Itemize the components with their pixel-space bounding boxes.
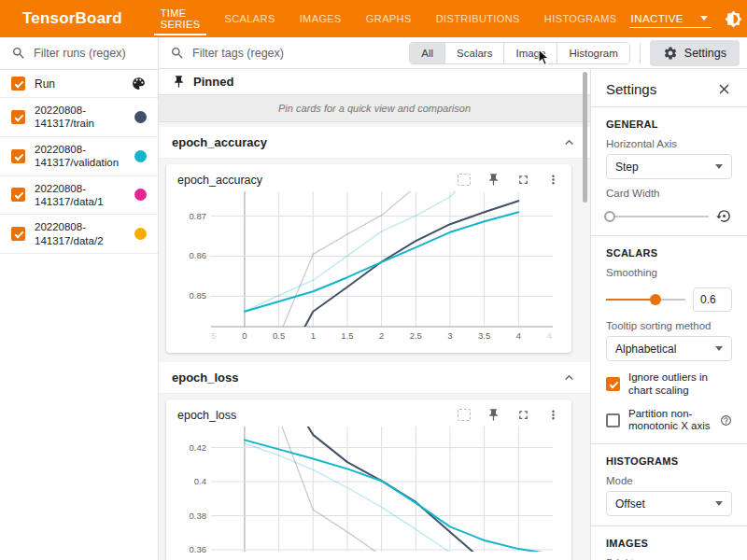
app-title: TensorBoard [22, 9, 122, 28]
run-checkbox[interactable] [11, 188, 25, 202]
divider [591, 106, 747, 107]
scalars-heading: SCALARS [606, 247, 732, 259]
run-color-dot [134, 228, 147, 240]
run-row-data-2[interactable]: 20220808-141317/data/2 [0, 215, 158, 254]
chevron-up-icon[interactable] [561, 134, 577, 150]
cards-area: Pinned Pin cards for a quick view and co… [159, 69, 590, 560]
horizontal-axis-select[interactable]: Step [606, 154, 732, 179]
ignore-outliers-row[interactable]: Ignore outliers in chart scaling [606, 371, 732, 398]
search-icon [170, 46, 185, 61]
ignore-outliers-checkbox[interactable] [606, 377, 620, 391]
runs-filter [0, 37, 158, 70]
svg-text:0.5: 0.5 [273, 330, 285, 341]
help-icon[interactable] [720, 414, 732, 427]
svg-text:2.5: 2.5 [410, 330, 422, 341]
settings-panel-title: Settings [606, 81, 656, 97]
fit-to-data-icon[interactable] [458, 409, 471, 421]
section-epoch-accuracy[interactable]: epoch_accuracy [159, 127, 590, 159]
chevron-down-icon [715, 164, 723, 169]
card-width-slider[interactable] [606, 211, 709, 222]
run-row-validation[interactable]: 20220808-141317/validation [0, 137, 158, 176]
tags-toolbar: All Scalars Image Histogram Settings [159, 37, 747, 69]
more-vert-icon[interactable] [546, 173, 560, 187]
brightness-toggle-icon[interactable] [725, 10, 742, 28]
fit-to-data-icon[interactable] [458, 174, 471, 186]
tab-scalars[interactable]: SCALARS [212, 0, 287, 37]
smoothing-value-input[interactable] [693, 287, 732, 312]
tab-time-series[interactable]: TIME SERIES [148, 0, 213, 37]
general-heading: GENERAL [606, 119, 732, 130]
histograms-heading: HISTOGRAMS [606, 455, 732, 467]
gear-icon [663, 46, 678, 61]
svg-text:4: 4 [516, 330, 521, 341]
pin-icon [172, 75, 186, 89]
section-epoch-loss[interactable]: epoch_loss [159, 362, 590, 394]
card-title: epoch_accuracy [177, 174, 262, 187]
tab-histograms[interactable]: HISTOGRAMS [532, 0, 629, 37]
pin-icon[interactable] [486, 173, 500, 187]
tab-distributions[interactable]: DISTRIBUTIONS [424, 0, 532, 37]
tooltip-sorting-select[interactable]: Alphabetical [606, 336, 732, 361]
chevron-up-icon[interactable] [561, 370, 577, 385]
app-header: TensorBoard TIME SERIES SCALARS IMAGES G… [0, 0, 747, 37]
epoch-loss-chart[interactable]: 0.360.380.40.42 [177, 424, 560, 554]
pin-icon[interactable] [486, 408, 500, 422]
filter-histogram-button[interactable]: Histogram [557, 43, 628, 63]
pinned-title: Pinned [193, 75, 233, 89]
pinned-section-header: Pinned [159, 69, 590, 94]
select-all-runs-checkbox[interactable] [11, 77, 25, 91]
close-icon[interactable] [716, 81, 732, 97]
tab-graphs[interactable]: GRAPHS [354, 0, 424, 37]
reset-icon[interactable] [716, 208, 732, 224]
tab-images[interactable]: IMAGES [288, 0, 354, 37]
tooltip-sorting-label: Tooltip sorting method [606, 320, 732, 331]
slider-handle[interactable] [604, 211, 615, 222]
svg-text:0.85: 0.85 [190, 290, 207, 301]
runs-sidebar: Run 20220808-141317/train 20220808-14131… [0, 37, 159, 560]
histogram-mode-select[interactable]: Offset [606, 491, 732, 516]
filter-scalars-button[interactable]: Scalars [445, 43, 504, 63]
runs-filter-input[interactable] [34, 47, 136, 60]
horizontal-axis-label: Horizontal Axis [606, 138, 732, 149]
card-epoch-accuracy: epoch_accuracy 00.511.522.533.54540.850.… [166, 164, 571, 353]
partition-x-axis-checkbox[interactable] [606, 413, 620, 427]
divider [591, 235, 747, 236]
more-vert-icon[interactable] [546, 408, 560, 422]
fullscreen-icon[interactable] [516, 408, 530, 422]
run-row-train[interactable]: 20220808-141317/train [0, 98, 158, 137]
header-actions: INACTIVE [629, 10, 747, 28]
top-nav-tabs: TIME SERIES SCALARS IMAGES GRAPHS DISTRI… [148, 0, 629, 37]
filter-all-button[interactable]: All [410, 43, 445, 63]
run-color-dot [134, 111, 147, 123]
run-checkbox[interactable] [11, 149, 25, 163]
settings-button[interactable]: Settings [650, 40, 740, 66]
filter-image-button[interactable]: Image [504, 43, 557, 63]
divider [591, 525, 747, 526]
epoch-accuracy-chart[interactable]: 00.511.522.533.54540.850.860.87 [177, 189, 560, 343]
vertical-scrollbar[interactable] [583, 72, 587, 203]
smoothing-label: Smoothing [606, 267, 732, 278]
chevron-down-icon [715, 501, 723, 506]
images-heading: IMAGES [606, 538, 732, 549]
svg-text:3.5: 3.5 [478, 330, 490, 341]
svg-text:1: 1 [311, 330, 316, 341]
svg-text:2: 2 [379, 330, 384, 341]
svg-text:0.87: 0.87 [190, 211, 207, 221]
settings-panel: Settings GENERAL Horizontal Axis Step Ca… [590, 69, 747, 560]
run-checkbox[interactable] [11, 227, 25, 241]
partition-x-axis-row[interactable]: Partition non-monotonic X axis [606, 408, 732, 434]
fullscreen-icon[interactable] [516, 173, 530, 187]
palette-icon[interactable] [131, 76, 147, 91]
plugin-filter-group: All Scalars Image Histogram [409, 42, 630, 64]
reload-status-select[interactable]: INACTIVE [629, 10, 712, 28]
tags-filter-input[interactable] [192, 47, 332, 60]
run-color-dot [134, 189, 147, 201]
run-row-data-1[interactable]: 20220808-141317/data/1 [0, 176, 158, 216]
run-checkbox[interactable] [11, 110, 25, 124]
slider-handle[interactable] [650, 294, 661, 305]
runs-column-header: Run [35, 77, 131, 91]
smoothing-slider[interactable] [606, 294, 685, 305]
search-icon [11, 46, 26, 61]
chevron-down-icon [715, 346, 723, 351]
svg-text:3: 3 [447, 330, 452, 341]
